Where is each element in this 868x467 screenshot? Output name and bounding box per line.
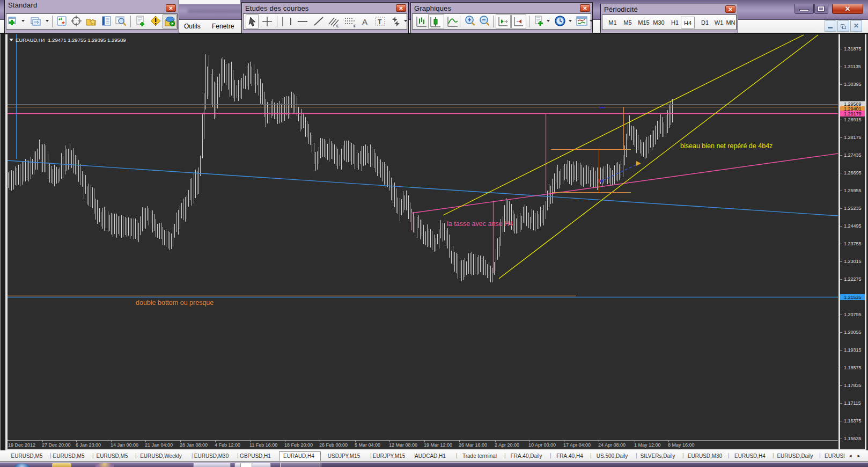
svg-text:19 Mar 12:00: 19 Mar 12:00 bbox=[424, 442, 452, 448]
svg-text:1.22275: 1.22275 bbox=[844, 276, 862, 282]
svg-text:11 Feb 16:00: 11 Feb 16:00 bbox=[249, 442, 277, 448]
svg-text:1.20055: 1.20055 bbox=[844, 330, 862, 335]
svg-text:1.25955: 1.25955 bbox=[844, 188, 862, 193]
svg-text:27 Dec 20:00: 27 Dec 20:00 bbox=[42, 442, 71, 448]
svg-text:12 Mar 08:00: 12 Mar 08:00 bbox=[389, 442, 417, 448]
svg-text:5 Mar 04:00: 5 Mar 04:00 bbox=[355, 442, 380, 448]
svg-text:14 Jan 00:00: 14 Jan 00:00 bbox=[111, 442, 138, 448]
svg-text:1.16375: 1.16375 bbox=[844, 418, 862, 424]
svg-text:A: A bbox=[362, 17, 367, 26]
svg-text:24 Apr 08:00: 24 Apr 08:00 bbox=[598, 442, 626, 448]
svg-text:1.24495: 1.24495 bbox=[844, 223, 862, 229]
svg-text:1.28915: 1.28915 bbox=[844, 117, 862, 122]
svg-text:1.21535: 1.21535 bbox=[844, 295, 862, 300]
svg-text:1.26695: 1.26695 bbox=[844, 170, 862, 176]
svg-text:8 May 16:00: 8 May 16:00 bbox=[668, 442, 695, 448]
svg-text:1.28175: 1.28175 bbox=[844, 135, 862, 140]
svg-text:F: F bbox=[354, 24, 356, 28]
svg-text:1.25235: 1.25235 bbox=[844, 206, 862, 211]
svg-text:28 Jan 08:00: 28 Jan 08:00 bbox=[180, 442, 208, 448]
svg-text:1.20795: 1.20795 bbox=[844, 312, 862, 317]
svg-text:1.17835: 1.17835 bbox=[844, 383, 862, 388]
svg-text:6 Jan 23:00: 6 Jan 23:00 bbox=[76, 442, 101, 448]
svg-text:1 May 12:00: 1 May 12:00 bbox=[634, 442, 661, 448]
svg-text:1.18575: 1.18575 bbox=[844, 365, 862, 370]
svg-text:10 Apr 00:00: 10 Apr 00:00 bbox=[528, 442, 556, 448]
svg-text:1.31135: 1.31135 bbox=[844, 64, 861, 69]
svg-text:1.29589: 1.29589 bbox=[844, 101, 862, 107]
svg-text:26 Feb 00:00: 26 Feb 00:00 bbox=[319, 442, 348, 448]
svg-text:1.23755: 1.23755 bbox=[844, 241, 862, 246]
svg-text:1.27435: 1.27435 bbox=[844, 152, 862, 158]
svg-text:la tasse avec anse H4: la tasse avec anse H4 bbox=[447, 220, 513, 228]
svg-text:18 Feb 20:00: 18 Feb 20:00 bbox=[284, 442, 313, 448]
svg-text:1.31875: 1.31875 bbox=[844, 46, 862, 52]
svg-text:26 Mar 16:00: 26 Mar 16:00 bbox=[459, 442, 487, 448]
svg-text:1.19315: 1.19315 bbox=[844, 347, 862, 353]
svg-text:E: E bbox=[336, 24, 340, 28]
svg-text:2 Apr 20:00: 2 Apr 20:00 bbox=[495, 442, 519, 448]
svg-text:T: T bbox=[378, 18, 382, 26]
svg-text:1.15635: 1.15635 bbox=[844, 436, 862, 441]
svg-text:EURAUD,H4 1.29471 1.29755 1.2: EURAUD,H4 1.29471 1.29755 1.29395 1.2958… bbox=[16, 37, 126, 43]
svg-text:21 Jan 04:00: 21 Jan 04:00 bbox=[145, 442, 173, 448]
svg-text:double bottom ou presque: double bottom ou presque bbox=[136, 299, 214, 307]
svg-text:1.29179: 1.29179 bbox=[844, 111, 862, 116]
svg-text:4 Feb 12:00: 4 Feb 12:00 bbox=[215, 442, 240, 448]
svg-text:1.23015: 1.23015 bbox=[844, 259, 862, 264]
svg-text:1.17115: 1.17115 bbox=[844, 400, 861, 406]
svg-text:19 Dec 2012: 19 Dec 2012 bbox=[8, 442, 35, 448]
svg-text:biseau bien net repéré de 4b4z: biseau bien net repéré de 4b4z bbox=[680, 142, 773, 150]
svg-text:17 Apr 04:00: 17 Apr 04:00 bbox=[563, 442, 591, 448]
svg-text:1.30395: 1.30395 bbox=[844, 82, 862, 87]
